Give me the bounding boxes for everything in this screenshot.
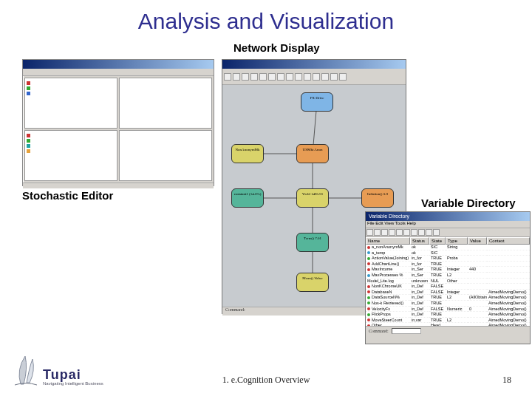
variable-table: NameStatusStateTypeValueContext a_nonAno…	[366, 237, 530, 326]
network-node[interactable]: Yield 1495.91	[296, 188, 329, 208]
chart-panel	[24, 78, 117, 129]
table-row[interactable]: a_tempokSIC	[366, 250, 530, 256]
label-stochastic-editor: Stochastic Editor	[22, 189, 113, 202]
table-row[interactable]: MaxProcesses %in_SerTRUEL2	[366, 273, 530, 279]
column-header[interactable]: Context	[487, 237, 530, 245]
chart-grid	[23, 76, 214, 183]
command-field[interactable]	[392, 328, 421, 334]
footer-section-title: 1. e.Cognition Overview	[0, 375, 532, 386]
table-row[interactable]: MoveSteerCountin,varTRUEL2AimedMovingDem…	[366, 318, 530, 324]
network-node[interactable]: Term() 7.01	[296, 233, 329, 252]
menu-bar: File Edit View Tools Help	[366, 221, 530, 228]
stochastic-editor-window	[22, 59, 214, 186]
label-network-display: Network Display	[233, 41, 320, 54]
network-node[interactable]: FX Drive	[301, 92, 333, 112]
titlebar	[222, 60, 406, 69]
table-row[interactable]: OtherHeadAimedMovingDemo()	[366, 323, 530, 326]
network-node[interactable]: Mean() Value	[296, 273, 329, 292]
table-row[interactable]: ActionValue(Joining)in_forTRUEProba	[366, 256, 530, 262]
column-header[interactable]: Value	[468, 237, 487, 245]
table-header: NameStatusStateTypeValueContext	[366, 237, 530, 245]
column-header[interactable]: Name	[366, 237, 410, 245]
network-node[interactable]: NonAnonymMk	[231, 144, 264, 163]
table-row[interactable]: NonKChromeUKin_DefFALSE	[366, 284, 530, 290]
column-header[interactable]: Status	[410, 237, 429, 245]
status-bar: Command:	[366, 326, 530, 335]
table-row[interactable]: MaxIncomein_SerTRUEInteger440	[366, 267, 530, 273]
table-row[interactable]: FlickPropsin_DefTRUEAimedMovingDemo()	[366, 312, 530, 318]
table-row[interactable]: DataSourceN%in_DefTRUEL2(AllObtain())Aim…	[366, 295, 530, 301]
network-node[interactable]: Inflation() 0.9	[361, 188, 394, 208]
slide-footer: Tupai Navigating Intelligent Business 1.…	[0, 355, 532, 386]
table-row[interactable]: a_nonAnonymMkokSICString	[366, 245, 530, 250]
table-row[interactable]: Nos-k Retrieved()in_DefTRUEAimedMovingDe…	[366, 301, 530, 307]
label-variable-directory: Variable Directory	[421, 197, 516, 209]
titlebar	[23, 60, 214, 69]
titlebar: Variable Directory	[366, 212, 530, 221]
table-row[interactable]: DatabaseNin_DefFALSEIntegerAimedMovingDe…	[366, 290, 530, 296]
chart-panel	[119, 130, 212, 181]
status-bar	[23, 183, 214, 188]
toolbar	[366, 228, 530, 237]
column-header[interactable]: State	[429, 237, 446, 245]
variable-directory-window: Variable Directory File Edit View Tools …	[365, 211, 531, 344]
status-label: Command:	[369, 329, 389, 333]
table-row[interactable]: VelocityFxin_DefFALSENumeric0AimedMoving…	[366, 307, 530, 313]
table-row[interactable]: Model_Lite.logunknownNULOther	[366, 279, 530, 284]
slide-title: Analysis and Visualization	[0, 0, 532, 34]
column-header[interactable]: Type	[446, 237, 468, 245]
toolbar	[222, 69, 406, 85]
chart-panel	[119, 78, 212, 129]
chart-panel	[24, 130, 117, 181]
table-row[interactable]: AddChartLine()in_forTRUE	[366, 262, 530, 267]
network-node[interactable]: constant1 (14.0%)	[231, 188, 264, 208]
toolbar	[23, 69, 214, 76]
network-node[interactable]: USMkt Anon	[296, 144, 329, 163]
